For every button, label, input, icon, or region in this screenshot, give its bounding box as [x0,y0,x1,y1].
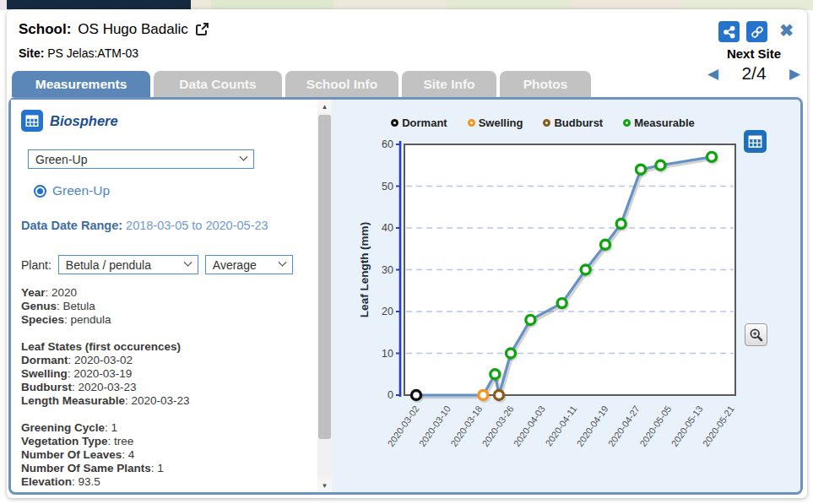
site-detail-popup: School: OS Hugo Badalic Site: PS Jelas:A… [7,9,807,498]
legend-item-dormant: Dormant [391,117,447,129]
data-point-measurable [601,240,610,249]
site-subtitle: Site: PS Jelas:ATM-03 [19,46,138,60]
table-grid-icon [21,110,43,132]
protocol-select[interactable]: Green-Up [28,149,254,169]
legend-label: Budburst [554,117,603,129]
chart-zoom-button[interactable] [745,323,767,346]
x-tick-label: 2020-04-11 [544,404,579,447]
magnifier-plus-icon [748,327,765,344]
external-link-icon[interactable] [193,21,210,38]
leaf-length-chart: 0102030405060Leaf Length (mm)2020-03-022… [357,133,754,473]
school-name: OS Hugo Badalic [78,21,187,38]
site-pager: ◀ 2/4 ▶ [707,63,800,84]
prev-site-arrow[interactable]: ◀ [707,65,718,83]
plant-row: Plant: Betula / pendula Average [21,255,293,274]
radio-selected-icon [34,185,46,198]
date-range-label: Data Date Range: [21,219,122,232]
chart-region: DormantSwellingBudburstMeasurable 010203… [332,100,800,492]
protocol-select-value: Green-Up [35,153,87,166]
next-site-arrow[interactable]: ▶ [789,65,800,83]
tab-site-info[interactable]: Site Info [402,71,496,97]
tab-bar: Measurements Data Counts School Info Sit… [12,71,591,97]
chart-legend: DormantSwellingBudburstMeasurable [357,117,729,129]
y-tick-label: 0 [388,389,393,401]
scroll-down-button[interactable]: ▼ [317,479,332,492]
detail-line: Dormant: 2020-03-02 [21,354,308,367]
legend-ring-icon [391,119,398,127]
site-name: PS Jelas:ATM-03 [47,46,138,60]
plant-details: Year: 2020Genus: BetulaSpecies: pendulaL… [21,286,308,487]
site-label: Site: [19,46,44,60]
permalink-button[interactable] [746,21,767,42]
detail-line: Budburst: 2020-03-23 [21,381,308,394]
detail-line: Length Measurable: 2020-03-23 [21,394,308,408]
detail-line: Year: 2020 [21,286,308,300]
scrollbar-thumb[interactable] [318,115,331,439]
detail-line: Number Of Same Plants: 1 [21,462,308,475]
x-tick-label: 2020-05-21 [701,404,736,448]
x-tick-label: 2020-05-05 [637,404,673,448]
detail-line: Swelling: 2020-03-19 [21,367,308,381]
legend-item-budburst: Budburst [543,117,603,129]
data-point-dormant [412,391,421,400]
data-point-measurable [707,152,717,161]
radio-label: Green-Up [52,183,110,198]
detail-line: Number Of Leaves: 4 [21,448,308,462]
legend-ring-icon [468,119,475,127]
y-tick-label: 40 [382,222,393,234]
share-icon [723,25,736,39]
legend-ring-icon [623,119,631,127]
sidebar-scrollbar[interactable]: ▲ ▼ [317,100,332,492]
aggregation-select[interactable]: Average [205,255,293,274]
chevron-down-icon [183,258,192,267]
x-tick-label: 2020-04-27 [606,404,642,448]
y-tick-label: 60 [382,138,393,150]
legend-item-measurable: Measurable [623,117,695,129]
data-point-measurable [507,349,516,358]
section-title: Biosphere [50,113,118,129]
x-tick-label: 2020-04-19 [575,404,610,448]
tab-school-info[interactable]: School Info [285,71,398,97]
plant-species-value: Betula / pendula [66,258,151,272]
legend-label: Measurable [634,117,695,129]
pager-count: 2/4 [741,63,766,84]
data-point-measurable [491,370,500,379]
greenup-radio[interactable]: Green-Up [34,183,110,198]
y-tick-label: 30 [382,264,393,276]
detail-line: Elevation: 93.5 [21,475,308,487]
legend-label: Dormant [402,117,447,129]
data-point-measurable [616,219,626,229]
x-tick-label: 2020-05-13 [669,404,705,448]
next-site-label: Next Site [707,46,800,61]
data-point-measurable [557,299,566,308]
tab-data-counts[interactable]: Data Counts [154,71,282,97]
data-point-measurable [637,165,646,174]
data-point-measurable [656,160,665,170]
tab-measurements[interactable]: Measurements [12,71,150,97]
legend-item-swelling: Swelling [468,117,523,129]
detail-line: Vegetation Type: tree [21,435,308,448]
scroll-up-button[interactable]: ▲ [317,100,332,113]
date-range-value: 2018-03-05 to 2020-05-23 [126,219,268,232]
school-label: School: [19,21,71,38]
plant-species-select[interactable]: Betula / pendula [58,255,198,274]
detail-line: Greening Cycle: 1 [21,421,308,435]
tab-photos[interactable]: Photos [500,71,591,97]
measurement-sidebar: Biosphere Green-Up Green-Up Data Date Ra… [11,100,317,487]
measurements-panel: Biosphere Green-Up Green-Up Data Date Ra… [8,97,803,495]
detail-spacer [21,327,308,340]
data-point-measurable [526,315,535,324]
y-tick-label: 10 [382,348,393,360]
chevron-down-icon [240,153,248,161]
x-tick-label: 2020-03-26 [480,404,516,448]
x-tick-label: 2020-03-18 [448,404,484,448]
share-button[interactable] [718,21,740,42]
detail-line: Genus: Betula [21,300,308,313]
top-navy-bar [7,0,191,9]
detail-line: Leaf States (first occurences) [21,340,308,354]
data-point-budburst [495,391,504,400]
aggregation-value: Average [213,258,257,272]
plant-label: Plant: [21,258,51,272]
school-title: School: OS Hugo Badalic [19,21,210,38]
close-icon[interactable]: ✖ [779,21,794,40]
